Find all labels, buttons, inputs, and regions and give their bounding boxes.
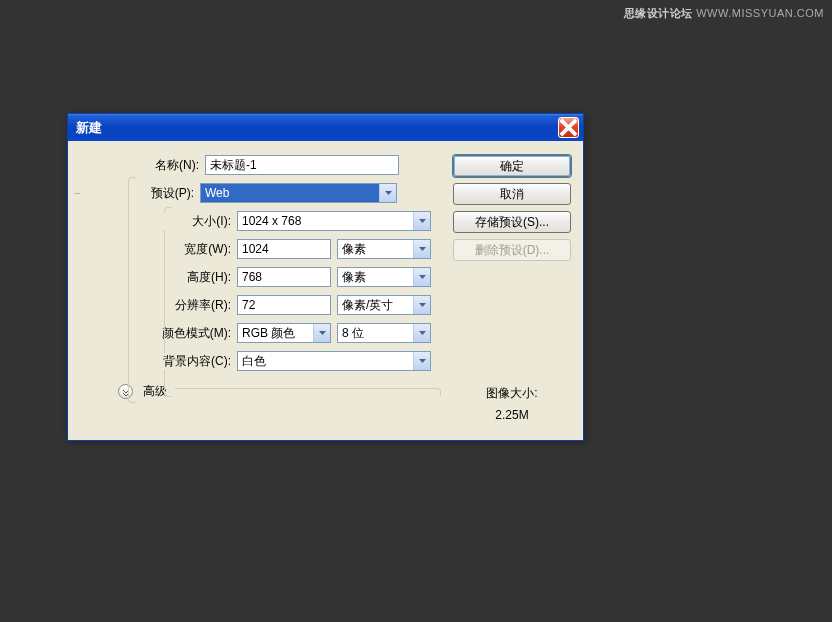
resolution-unit-select[interactable]: 像素/英寸 bbox=[337, 295, 431, 315]
advanced-toggle[interactable] bbox=[118, 384, 133, 399]
width-label: 宽度(W): bbox=[142, 241, 237, 258]
image-size-info: 图像大小: 2.25M bbox=[453, 385, 571, 422]
colordepth-select[interactable]: 8 位 bbox=[337, 323, 431, 343]
chevron-down-icon bbox=[413, 268, 430, 286]
size-label: 大小(I): bbox=[142, 213, 237, 230]
resolution-input[interactable] bbox=[237, 295, 331, 315]
cancel-button[interactable]: 取消 bbox=[453, 183, 571, 205]
colormode-select[interactable]: RGB 颜色 bbox=[237, 323, 331, 343]
advanced-label: 高级 bbox=[139, 383, 171, 400]
delete-preset-button: 删除预设(D)... bbox=[453, 239, 571, 261]
chevron-down-icon bbox=[413, 352, 430, 370]
titlebar[interactable]: 新建 bbox=[68, 114, 583, 141]
colormode-label: 颜色模式(M): bbox=[142, 325, 237, 342]
close-button[interactable] bbox=[558, 117, 579, 138]
name-input[interactable] bbox=[205, 155, 399, 175]
chevron-down-icon bbox=[413, 212, 430, 230]
width-input[interactable] bbox=[237, 239, 331, 259]
height-label: 高度(H): bbox=[142, 269, 237, 286]
width-unit-select[interactable]: 像素 bbox=[337, 239, 431, 259]
dialog-title: 新建 bbox=[76, 119, 558, 137]
bgcontent-label: 背景内容(C): bbox=[142, 353, 237, 370]
chevron-down-icon bbox=[413, 296, 430, 314]
chevron-down-icon bbox=[313, 324, 330, 342]
height-input[interactable] bbox=[237, 267, 331, 287]
preset-select[interactable]: Web bbox=[200, 183, 397, 203]
preset-label: 预设(P): bbox=[134, 185, 200, 202]
chevron-down-icon bbox=[413, 324, 430, 342]
resolution-label: 分辨率(R): bbox=[142, 297, 237, 314]
chevron-down-icon bbox=[413, 240, 430, 258]
size-select[interactable]: 1024 x 768 bbox=[237, 211, 431, 231]
new-document-dialog: 新建 名称(N): 预设(P): Web bbox=[67, 113, 584, 441]
ok-button[interactable]: 确定 bbox=[453, 155, 571, 177]
name-label: 名称(N): bbox=[80, 157, 205, 174]
watermark: 思缘设计论坛 WWW.MISSYUAN.COM bbox=[624, 6, 824, 21]
height-unit-select[interactable]: 像素 bbox=[337, 267, 431, 287]
bgcontent-select[interactable]: 白色 bbox=[237, 351, 431, 371]
save-preset-button[interactable]: 存储预设(S)... bbox=[453, 211, 571, 233]
chevron-down-icon bbox=[379, 184, 396, 202]
